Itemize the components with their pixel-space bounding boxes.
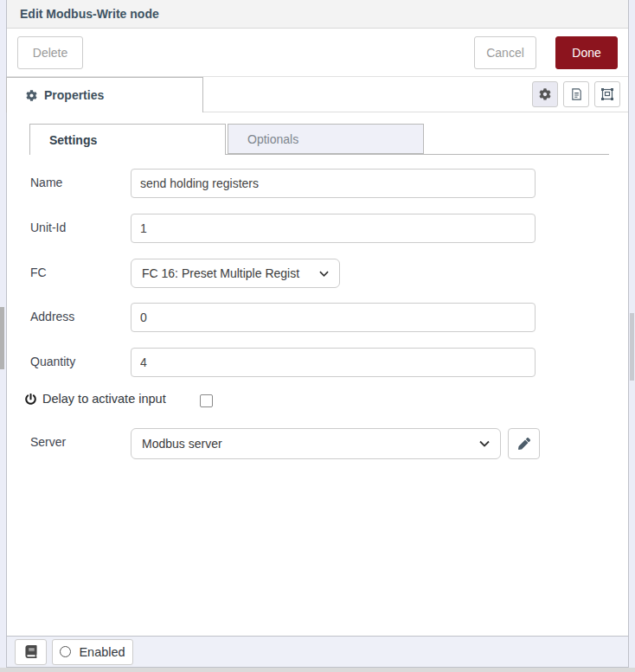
address-label: Address xyxy=(30,310,125,323)
node-red-edit-tray: Edit Modbus-Write node Delete Cancel Don… xyxy=(0,0,635,672)
done-button[interactable]: Done xyxy=(555,36,618,69)
chevron-down-icon xyxy=(319,271,329,277)
node-properties-form: Settings Optionals Name Unit-Id FC FC 16… xyxy=(7,112,628,633)
edit-server-button[interactable] xyxy=(508,428,540,459)
gear-icon xyxy=(26,90,37,101)
document-icon xyxy=(570,87,583,101)
tab-properties[interactable]: Properties xyxy=(6,77,203,112)
server-label: Server xyxy=(30,435,125,449)
fc-label: FC xyxy=(30,266,125,279)
page-bottom-strip xyxy=(0,668,635,672)
delay-row: Delay to activate input xyxy=(25,392,166,406)
name-input[interactable] xyxy=(131,169,536,198)
tray-footer: Enabled xyxy=(7,636,628,667)
enabled-circle-icon xyxy=(60,646,71,657)
editor-tab-toolbar xyxy=(532,81,620,107)
right-scrollbar-thumb[interactable] xyxy=(630,313,634,381)
settings-tab-label: Settings xyxy=(49,133,97,147)
gear-icon xyxy=(539,88,551,100)
tab-optionals[interactable]: Optionals xyxy=(228,124,424,154)
server-select-value: Modbus server xyxy=(142,437,472,451)
enabled-label: Enabled xyxy=(79,645,125,659)
delete-button[interactable]: Delete xyxy=(17,36,83,69)
properties-tab-label: Properties xyxy=(44,88,104,102)
server-select[interactable]: Modbus server xyxy=(131,428,501,459)
fc-select-value: FC 16: Preset Multiple Regist xyxy=(142,266,312,280)
dialog-button-bar: Delete Cancel Done xyxy=(7,29,628,77)
properties-gear-button[interactable] xyxy=(532,81,558,107)
book-icon xyxy=(25,645,37,658)
cancel-button[interactable]: Cancel xyxy=(474,36,536,69)
enabled-toggle-button[interactable]: Enabled xyxy=(52,639,133,665)
unit-id-input[interactable] xyxy=(131,214,536,243)
chevron-down-icon xyxy=(479,440,490,447)
optionals-tab-label: Optionals xyxy=(247,132,298,146)
unit-id-label: Unit-Id xyxy=(30,221,125,234)
edit-dialog: Edit Modbus-Write node Delete Cancel Don… xyxy=(6,0,629,668)
delay-checkbox[interactable] xyxy=(200,394,213,407)
pencil-icon xyxy=(518,438,530,450)
address-input[interactable] xyxy=(131,303,536,332)
tab-settings[interactable]: Settings xyxy=(29,124,226,155)
editor-tab-row: Properties xyxy=(7,77,628,112)
dialog-title: Edit Modbus-Write node xyxy=(7,0,628,29)
quantity-input[interactable] xyxy=(131,348,536,377)
delay-label: Delay to activate input xyxy=(42,392,166,406)
form-tab-bar: Settings Optionals xyxy=(29,124,609,155)
fc-select[interactable]: FC 16: Preset Multiple Regist xyxy=(131,259,340,288)
quantity-label: Quantity xyxy=(30,355,125,368)
power-icon xyxy=(25,394,36,405)
description-button[interactable] xyxy=(563,81,589,107)
node-help-button[interactable] xyxy=(15,639,47,665)
appearance-button[interactable] xyxy=(594,81,620,107)
name-label: Name xyxy=(30,176,125,189)
appearance-icon xyxy=(600,87,614,101)
left-scrollbar-thumb[interactable] xyxy=(0,307,4,369)
